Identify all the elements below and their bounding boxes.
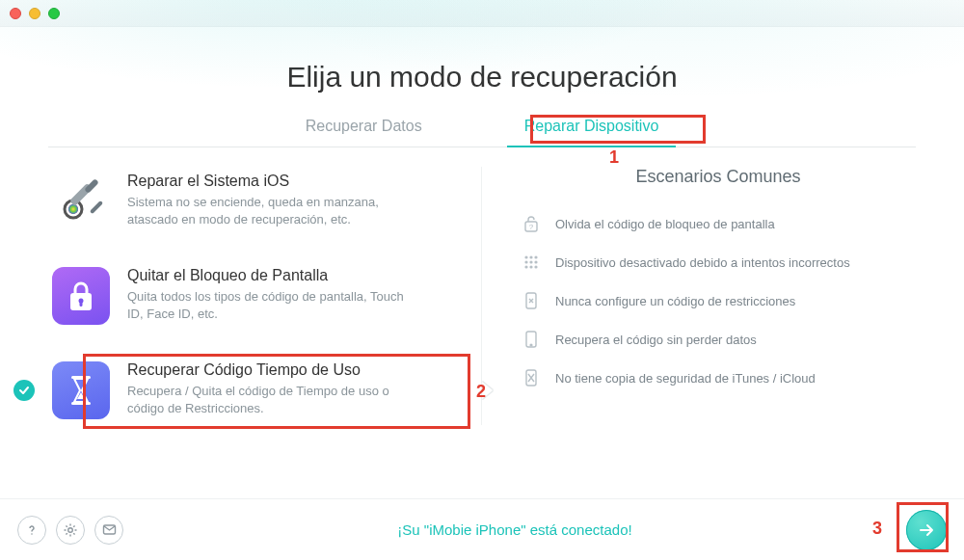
scenario-text: Nunca configure un código de restriccion… [555, 294, 795, 308]
tab-recover-data[interactable]: Recuperar Datos [298, 118, 430, 147]
svg-point-14 [529, 255, 532, 258]
option-title: Quitar el Bloqueo de Pantalla [127, 267, 416, 284]
tools-icon [52, 173, 110, 230]
svg-point-16 [524, 260, 527, 263]
scenario-item: No tiene copia de seguridad de iTunes / … [521, 359, 916, 397]
scenario-text: Olvida el código de bloqueo de pantalla [555, 217, 775, 231]
check-icon [13, 380, 35, 401]
option-title: Recuperar Código Tiempo de Uso [127, 361, 416, 379]
scenario-text: Recupera el código sin perder datos [555, 333, 757, 347]
option-title: Reparar el Sistema iOS [127, 173, 416, 190]
option-desc: Recupera / Quita el código de Tiempo de … [127, 383, 416, 417]
svg-point-13 [524, 255, 527, 258]
footer-bar: ¡Su "iMobie iPhone" está conectado! [0, 498, 964, 560]
option-desc: Sistema no se enciende, queda en manzana… [127, 194, 416, 228]
svg-point-20 [529, 265, 532, 268]
svg-point-2 [68, 204, 78, 214]
scenario-item: ? Olvida el código de bloqueo de pantall… [521, 204, 916, 243]
option-desc: Quita todos los tipos de código de panta… [127, 288, 416, 323]
svg-point-26 [31, 533, 33, 535]
svg-point-18 [534, 260, 537, 263]
phone-icon [521, 329, 542, 350]
svg-point-24 [530, 344, 532, 346]
window-close-button[interactable] [10, 8, 21, 19]
window-minimize-button[interactable] [29, 8, 40, 19]
scenario-text: Dispositivo desactivado debido a intento… [555, 255, 850, 270]
scenario-text: No tiene copia de seguridad de iTunes / … [555, 371, 816, 386]
connection-status: ¡Su "iMobie iPhone" está conectado! [123, 521, 906, 538]
svg-point-15 [534, 255, 537, 258]
no-backup-icon [521, 367, 542, 388]
settings-button[interactable] [56, 516, 85, 545]
mode-tabs: Recuperar Datos Reparar Dispositivo [48, 118, 916, 147]
lock-icon [52, 267, 110, 325]
window-titlebar [0, 0, 964, 27]
next-button[interactable] [906, 510, 947, 550]
scenario-item: Recupera el código sin perder datos [521, 320, 916, 359]
svg-point-27 [68, 527, 73, 532]
svg-point-21 [534, 265, 537, 268]
phone-x-icon [521, 290, 542, 311]
annotation-label-1: 1 [609, 147, 619, 168]
keypad-icon [521, 252, 542, 273]
scenarios-title: Escenarios Comunes [521, 167, 916, 187]
scenario-item: Nunca configure un código de restriccion… [521, 281, 916, 320]
tab-repair-device[interactable]: Reparar Dispositivo [517, 118, 667, 147]
option-recover-screen-time[interactable]: Recuperar Código Tiempo de Uso Recupera … [48, 356, 471, 425]
selected-arrow-icon [482, 382, 493, 399]
svg-rect-8 [80, 302, 83, 307]
help-button[interactable] [17, 516, 46, 545]
hourglass-icon [52, 361, 110, 419]
lock-question-icon: ? [521, 213, 542, 234]
svg-point-17 [529, 260, 532, 263]
svg-rect-5 [90, 200, 103, 214]
option-repair-ios-system[interactable]: Reparar el Sistema iOS Sistema no se enc… [48, 167, 471, 236]
repair-options-list: Reparar el Sistema iOS Sistema no se enc… [48, 167, 482, 425]
page-title: Elija un modo de recuperación [0, 61, 964, 93]
common-scenarios: Escenarios Comunes ? Olvida el código de… [501, 167, 916, 425]
svg-point-19 [524, 265, 527, 268]
scenario-item: Dispositivo desactivado debido a intento… [521, 243, 916, 281]
feedback-button[interactable] [94, 516, 123, 545]
svg-text:?: ? [529, 223, 534, 231]
option-unlock-screen[interactable]: Quitar el Bloqueo de Pantalla Quita todo… [48, 261, 471, 331]
window-maximize-button[interactable] [48, 8, 60, 19]
